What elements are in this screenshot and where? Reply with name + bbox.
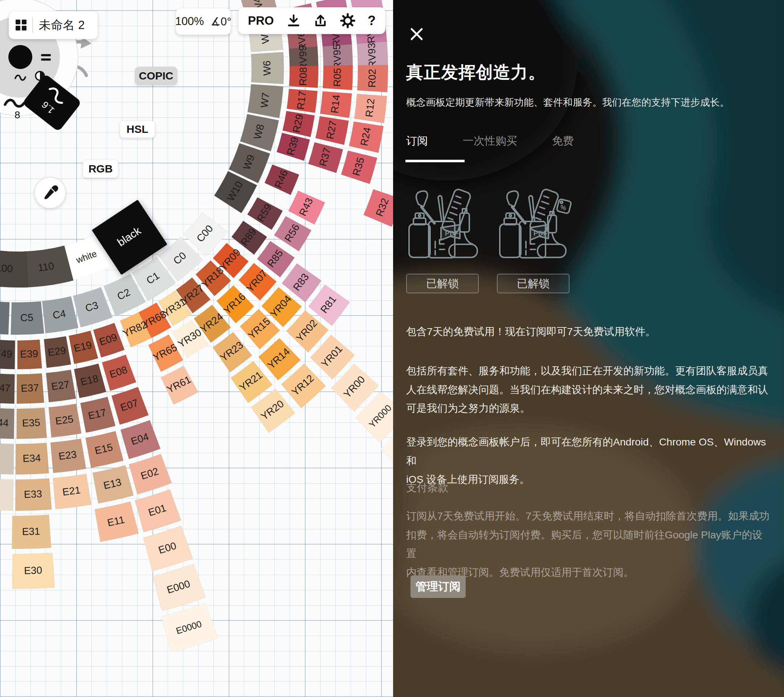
tab-one-time-purchase[interactable]: 一次性购买 [463,133,517,148]
copic-swatch-label: R05 [331,68,343,87]
copic-swatch-label: 100 [0,262,13,274]
discount-tag-icon: % [557,199,571,214]
document-title[interactable]: 未命名 2 [39,17,85,33]
export-button[interactable] [313,13,328,28]
copic-swatch-label: R14 [329,94,342,114]
copic-swatch-partial[interactable] [0,443,14,475]
copic-swatch-partial[interactable] [0,300,10,335]
concepts-app: W4W5W6W7W8W9W10C00C0C1C2C3C4C5white11010… [0,0,784,697]
plan-tabs: 订阅一次性购买免费 [406,133,609,148]
trial-paragraph: 包含7天的免费试用！现在订阅即可7天免费试用软件。 [406,322,773,341]
document-menu[interactable]: 未命名 2 [9,11,98,39]
rotation-angle[interactable]: ∡0° [211,15,231,28]
mode-hsl-button[interactable]: HSL [120,120,155,138]
subscription-dialog: 真正发挥创造力。 概念画板定期更新带来新功能、套件和服务。我们在您的支持下进步成… [393,0,784,697]
copic-swatch-label: E49 [0,348,13,360]
divider [32,17,33,33]
copic-swatch-label: R08 [297,67,309,86]
help-button[interactable]: ? [368,13,376,28]
copic-swatch-label: E25 [55,413,74,427]
copic-color-wheel: W4W5W6W7W8W9W10C00C0C1C2C3C4C5white11010… [0,0,393,697]
art-supplies-icon: PDF [406,187,483,269]
settings-button[interactable] [340,13,355,28]
copic-swatch-label: W6 [261,61,273,76]
product-row: PDF 已解锁 [406,187,573,293]
product-unlocked-1: PDF 已解锁 [406,187,483,293]
unlocked-button-1[interactable]: 已解锁 [406,274,479,293]
copic-swatch-partial[interactable] [0,478,13,511]
close-icon [409,26,425,42]
payment-terms-text: 订阅从7天免费试用开始。7天免费试用结束时，将自动扣除首次费用。如果成功 扣费，… [406,507,773,582]
devices-paragraph: 登录到您的概念画板帐户后，即可在您所有的Android、Chrome OS、Wi… [406,433,773,489]
manage-subscription-button[interactable]: 管理订阅 [410,575,466,598]
copic-swatch-label: E39 [20,348,38,360]
copic-swatch-label: R17 [295,91,308,110]
active-tab-underline [405,160,464,162]
share-icon [313,13,328,28]
svg-text:PDF: PDF [445,229,459,237]
copic-swatch-label: E34 [23,452,41,464]
features-paragraph: 包括所有套件、服务和功能，以及我们正在开发的新功能。更有团队客服成员真 人在线帮… [406,362,773,418]
canvas-pane[interactable]: W4W5W6W7W8W9W10C00C0C1C2C3C4C5white11010… [0,0,393,697]
product-unlocked-2: PDF % 已解锁 [497,187,573,293]
close-button[interactable] [408,25,426,44]
current-color-dot[interactable] [8,45,32,69]
svg-text:PDF: PDF [534,229,547,237]
copic-swatch-label: E44 [0,416,9,429]
dialog-subtitle: 概念画板定期更新带来新功能、套件和服务。我们在您的支持下进步成长。 [406,96,769,109]
tab-subscribe[interactable]: 订阅 [406,133,428,148]
pro-badge[interactable]: PRO [248,14,274,28]
gear-icon [340,13,355,28]
zoom-level[interactable]: 100% [175,15,204,28]
copic-swatch-label: RV93 [366,43,378,68]
copic-swatch-label: E47 [0,382,11,394]
eyedropper-button[interactable] [34,177,66,209]
mode-copic-button[interactable]: COPIC [135,67,177,85]
download-icon [287,13,301,28]
copic-swatch-label: E35 [22,417,40,429]
tool-size-label: 8 [15,109,20,120]
copic-swatch-label: E21 [62,484,81,498]
mode-rgb-button[interactable]: RGB [83,160,118,178]
copic-swatch-label: E37 [21,382,39,394]
art-supplies-discount-icon: PDF % [497,187,573,269]
payment-terms-heading: 支付条款 [406,481,448,495]
import-button[interactable] [287,13,301,28]
copic-swatch-label: E27 [51,379,70,392]
eyedropper-icon [41,184,59,202]
copic-swatch-label: E23 [58,449,77,462]
copic-swatch-label: C5 [20,312,33,323]
main-toolbar: PRO [238,7,385,34]
copic-swatch-label: R12 [363,98,376,118]
copic-swatch-label: E33 [24,488,42,500]
copic-swatch-label: E30 [24,565,43,576]
zoom-rotation-control[interactable]: 100% ∡0° [176,8,231,35]
copic-swatch-label: C4 [52,308,66,321]
copic-swatch-label: W7 [259,92,272,109]
gallery-icon[interactable] [16,20,26,30]
copic-swatch-label: 110 [37,260,55,274]
dialog-title: 真正发挥创造力。 [406,61,545,84]
copic-swatch-label: R02 [366,69,378,87]
svg-text:%: % [560,203,567,212]
unlocked-button-2[interactable]: 已解锁 [497,274,570,293]
tab-free[interactable]: 免费 [552,133,574,148]
copic-swatch-label: E31 [22,526,40,537]
